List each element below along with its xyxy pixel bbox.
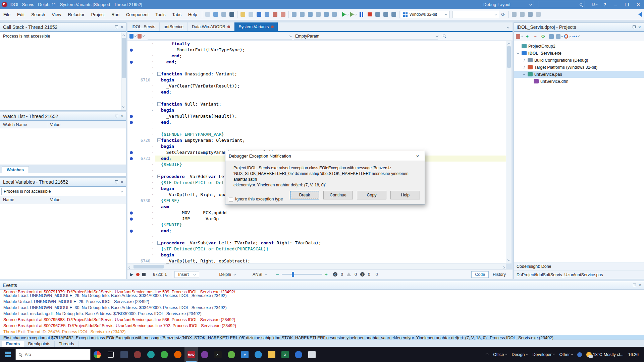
toggle-form-unit-icon[interactable]: [307, 11, 314, 18]
zoom-out-icon[interactable]: −: [276, 272, 279, 278]
execution-point-icon[interactable]: [130, 61, 133, 64]
editor-tab-system.variants[interactable]: System.Variants: [234, 22, 278, 31]
editor-tab-untservice[interactable]: untService: [160, 22, 188, 31]
code-line[interactable]: · JMP _VarOp: [127, 216, 506, 222]
macro-play-icon[interactable]: ▶: [130, 272, 133, 277]
device-preview-icon[interactable]: ⧉: [590, 0, 600, 9]
maximize-button[interactable]: ❐: [621, 0, 633, 9]
new-form-icon[interactable]: [248, 11, 254, 18]
menu-view[interactable]: View: [49, 12, 65, 17]
code-line[interactable]: ·: [127, 125, 506, 131]
continue-button[interactable]: Continue: [323, 191, 353, 199]
code-line[interactable]: -begin: [127, 107, 506, 113]
menu-component[interactable]: Component: [123, 12, 152, 17]
run-until-return-icon[interactable]: [390, 11, 397, 18]
editor-vertical-scrollbar[interactable]: [506, 41, 512, 263]
ignore-exception-checkbox[interactable]: Ignore this exception type: [229, 197, 283, 201]
menu-file[interactable]: File: [0, 12, 14, 17]
tray-toolbar-design[interactable]: Design: [509, 352, 530, 357]
code-line[interactable]: · _VarNull(TVarData(Result));: [127, 113, 506, 119]
copy-button[interactable]: Copy: [357, 191, 386, 199]
tree-item-build-configurations-debug-[interactable]: Build Configurations (Debug): [514, 57, 644, 64]
name-column[interactable]: Name: [0, 196, 47, 203]
terminal-icon[interactable]: >_: [211, 347, 225, 362]
tray-expand-icon[interactable]: [486, 353, 488, 356]
code-line[interactable]: ·begin: [127, 252, 506, 258]
execution-point-icon[interactable]: [130, 157, 133, 160]
firefox-icon[interactable]: [171, 347, 184, 362]
help-button[interactable]: Help: [390, 191, 420, 199]
code-line[interactable]: ·begin: [127, 143, 506, 149]
language-combo[interactable]: Delphi: [219, 272, 236, 277]
close-icon[interactable]: ×: [639, 283, 641, 288]
code-line[interactable]: ·{$ENDIF}: [127, 222, 506, 228]
new-items-icon[interactable]: [204, 11, 211, 18]
open-project-icon[interactable]: [212, 11, 219, 18]
save-all-icon[interactable]: [264, 11, 270, 18]
dark-app-icon[interactable]: [117, 347, 131, 362]
menu-help[interactable]: Help: [185, 12, 201, 17]
event-log-row[interactable]: First chance exception at $751AE4B2. Exc…: [0, 335, 644, 340]
refresh-devices-icon[interactable]: ⟳: [500, 11, 506, 18]
call-stack-scrollbar[interactable]: [121, 33, 126, 110]
start-button[interactable]: [0, 347, 15, 362]
ide-search-box[interactable]: [538, 1, 585, 8]
layout-table-icon[interactable]: [331, 11, 338, 18]
fold-collapse-icon[interactable]: −: [157, 175, 161, 178]
collapse-chevron-icon[interactable]: [516, 52, 520, 54]
code-line[interactable]: · MOV ECX,opAdd: [127, 210, 506, 216]
editor-tab-data.win.adodb[interactable]: Data.Win.ADODB: [188, 22, 234, 31]
taskbar-search-box[interactable]: Ara: [15, 349, 91, 360]
code-line[interactable]: ·−procedure _VarSub(var Left: TVarData; …: [127, 240, 506, 246]
deploy-icon[interactable]: [535, 11, 542, 18]
code-line[interactable]: ·{$IFNDEF EMPTYPARAM_VAR}: [127, 131, 506, 137]
event-log-row[interactable]: Module Unload: UNKNOWN_MODULE_29. Proces…: [3, 299, 644, 305]
editor-tab-idol_servis[interactable]: IDOL_Servis: [127, 22, 160, 31]
pin-icon[interactable]: [115, 180, 118, 184]
blue-v-app-icon[interactable]: V: [238, 347, 252, 362]
moon-tray-icon[interactable]: [577, 352, 582, 357]
close-icon[interactable]: ×: [638, 25, 641, 29]
rad-studio-icon[interactable]: RAD: [184, 347, 198, 362]
execution-point-icon[interactable]: [130, 218, 133, 221]
pin-icon[interactable]: [633, 283, 636, 287]
execution-point-icon[interactable]: [130, 121, 133, 124]
new-edit-window-icon[interactable]: [315, 11, 322, 18]
menu-tools[interactable]: Tools: [152, 12, 169, 17]
add-item-icon[interactable]: ＋: [524, 33, 531, 40]
stop-button[interactable]: [366, 11, 373, 18]
code-line[interactable]: 6720−function EmptyParam: OleVariant;: [127, 137, 506, 143]
device-combo[interactable]: [452, 11, 499, 18]
template-icon[interactable]: [220, 11, 227, 18]
save-icon[interactable]: [256, 11, 262, 18]
execution-point-icon[interactable]: [130, 151, 133, 154]
insert-mode-combo[interactable]: Insert: [174, 271, 199, 278]
build-group-icon[interactable]: [548, 33, 555, 40]
menu-refactor[interactable]: Refactor: [65, 12, 88, 17]
value-column[interactable]: Value: [47, 196, 126, 203]
tree-item-idol-servis-exe[interactable]: IDOL_Servis.exe: [514, 50, 644, 57]
menu-project[interactable]: Project: [88, 12, 108, 17]
fold-collapse-icon[interactable]: −: [157, 72, 161, 76]
code-line[interactable]: ·−function Unassigned: Variant;: [127, 71, 506, 77]
watch-value-column[interactable]: Value: [47, 121, 126, 128]
desktop-layout-combo[interactable]: Debug Layout: [481, 1, 534, 8]
events-tab-events[interactable]: Events: [2, 341, 24, 347]
task-view-icon[interactable]: [104, 347, 117, 362]
watches-tab[interactable]: Watches: [2, 166, 29, 173]
pause-button[interactable]: [358, 11, 365, 18]
code-line[interactable]: ·−function Null: Variant;: [127, 101, 506, 107]
event-log-row[interactable]: Source Breakpoint at $00796CF5: D:\Proje…: [3, 323, 644, 329]
macro-stop-icon[interactable]: [142, 273, 146, 276]
execution-point-icon[interactable]: [130, 230, 133, 233]
code-line[interactable]: · end;: [127, 53, 506, 59]
execution-point-icon[interactable]: [130, 115, 133, 118]
events-log[interactable]: Source Breakpoint at $00791979: D:\Proje…: [0, 290, 644, 340]
run-button[interactable]: [342, 11, 349, 18]
events-tab-threads[interactable]: Threads: [55, 341, 78, 347]
code-line[interactable]: 6740 _VarOp(Left, Right, opSubtract);: [127, 258, 506, 263]
run-without-debugging-button[interactable]: [350, 11, 357, 18]
watch-name-column[interactable]: Watch Name: [0, 121, 47, 128]
fold-collapse-icon[interactable]: −: [157, 102, 161, 106]
config-manager-icon[interactable]: [556, 33, 563, 40]
